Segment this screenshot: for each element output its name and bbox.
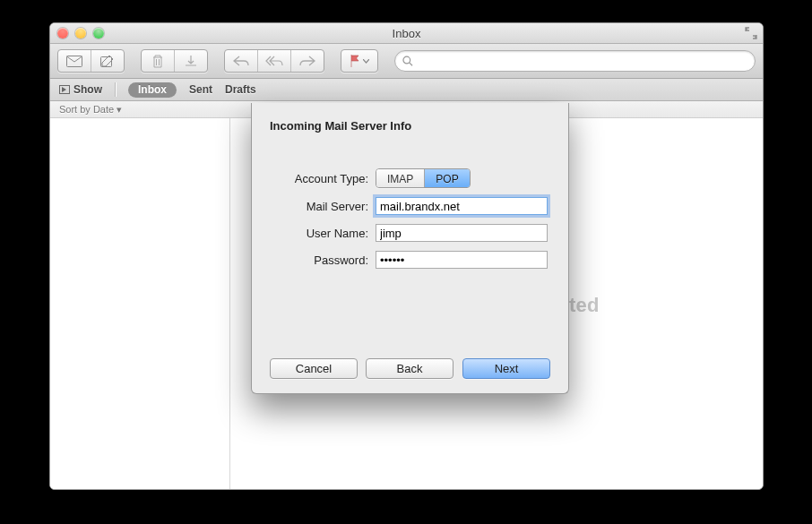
account-type-imap[interactable]: IMAP xyxy=(376,169,425,187)
favorites-bar: Show Inbox Sent Drafts xyxy=(50,79,763,101)
account-type-label: Account Type: xyxy=(270,172,376,185)
svg-point-2 xyxy=(403,56,410,64)
fullscreen-icon[interactable] xyxy=(745,27,757,39)
toolbar xyxy=(50,44,763,79)
user-name-input[interactable] xyxy=(376,224,548,242)
reply-group xyxy=(224,49,324,73)
flag-button[interactable] xyxy=(341,50,377,72)
show-mailboxes-button[interactable]: Show xyxy=(59,83,102,96)
back-button[interactable]: Back xyxy=(366,358,454,379)
tab-inbox[interactable]: Inbox xyxy=(128,82,177,98)
show-label: Show xyxy=(73,83,102,96)
flag-group xyxy=(341,49,378,73)
search-input[interactable] xyxy=(413,54,747,68)
delete-button[interactable] xyxy=(142,50,175,72)
search-icon xyxy=(402,56,413,66)
compose-button[interactable] xyxy=(91,50,124,72)
titlebar: Inbox xyxy=(50,23,763,44)
forward-button[interactable] xyxy=(291,50,324,72)
user-name-label: User Name: xyxy=(270,227,376,240)
sheet-button-row: Cancel Back Next xyxy=(270,358,550,379)
message-list[interactable] xyxy=(50,118,230,490)
sort-label: Sort by Date ▾ xyxy=(59,104,122,116)
next-button[interactable]: Next xyxy=(462,358,550,379)
reply-button[interactable] xyxy=(225,50,258,72)
password-label: Password: xyxy=(270,253,376,267)
window-title: Inbox xyxy=(50,27,763,40)
search-field-wrap[interactable] xyxy=(394,50,756,72)
sheet-title: Incoming Mail Server Info xyxy=(270,119,550,133)
tab-drafts[interactable]: Drafts xyxy=(225,83,256,96)
account-type-pop[interactable]: POP xyxy=(425,169,469,187)
compose-group xyxy=(57,49,125,73)
mail-server-label: Mail Server: xyxy=(270,200,376,213)
tab-sent[interactable]: Sent xyxy=(189,83,212,96)
incoming-server-sheet: Incoming Mail Server Info Account Type: … xyxy=(251,103,569,394)
delete-junk-group xyxy=(141,49,208,73)
divider xyxy=(115,82,116,97)
get-mail-button[interactable] xyxy=(58,50,91,72)
account-type-segmented[interactable]: IMAP POP xyxy=(376,168,471,188)
show-icon xyxy=(59,85,70,94)
reply-all-button[interactable] xyxy=(258,50,291,72)
cancel-button[interactable]: Cancel xyxy=(270,358,358,379)
junk-button[interactable] xyxy=(175,50,207,72)
mail-server-input[interactable] xyxy=(376,197,548,215)
password-input[interactable] xyxy=(376,251,548,269)
